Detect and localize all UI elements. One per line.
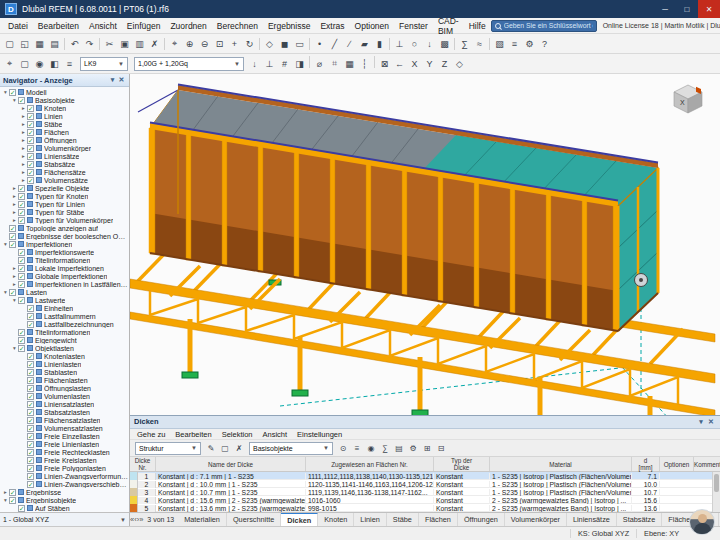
tree-item-stabsatzlasten[interactable]: ▸✓Stabsatzlasten bbox=[0, 408, 129, 416]
tree-item-freie-einzellasten[interactable]: ▸✓Freie Einzellasten bbox=[0, 432, 129, 440]
expand-closed-icon[interactable]: ▸ bbox=[11, 201, 18, 207]
new-row-icon[interactable]: ▢ bbox=[218, 441, 232, 455]
filter-table-icon[interactable]: ≡ bbox=[350, 441, 364, 455]
tree-item-st-be[interactable]: ▸✓Stäbe bbox=[0, 120, 129, 128]
table-tab-materialien[interactable]: Materialien bbox=[178, 513, 227, 526]
structure-select[interactable]: Struktur▼ bbox=[135, 442, 201, 455]
new-file-icon[interactable]: ▢ bbox=[2, 36, 17, 52]
menu-ergebnisse[interactable]: Ergebnisse bbox=[263, 18, 316, 33]
pin-icon[interactable]: ▾ bbox=[108, 76, 117, 84]
zoom-in-icon[interactable]: ⊕ bbox=[182, 36, 197, 52]
table-row[interactable]: 3Konstant | d : 10.7 mm | 1 - S2351119,1… bbox=[130, 488, 720, 496]
checkbox-icon[interactable]: ✓ bbox=[18, 249, 25, 256]
checkbox-icon[interactable]: ✓ bbox=[18, 257, 25, 264]
redo-icon[interactable]: ↷ bbox=[82, 36, 97, 52]
tree-item-fl-chensatzlasten[interactable]: ▸✓Flächensatzlasten bbox=[0, 416, 129, 424]
expand-closed-icon[interactable]: ▸ bbox=[2, 489, 9, 495]
view-z-icon[interactable]: Z bbox=[437, 56, 452, 72]
tree-item-lastwerte[interactable]: ▾✓Lastwerte bbox=[0, 296, 129, 304]
delete-icon[interactable]: ✗ bbox=[147, 36, 162, 52]
expand-closed-icon[interactable]: ▸ bbox=[20, 137, 27, 143]
menu-fenster[interactable]: Fenster bbox=[394, 18, 433, 33]
checkbox-icon[interactable]: ✓ bbox=[18, 209, 25, 216]
surface-icon[interactable]: ▰ bbox=[357, 36, 372, 52]
guidelines-icon[interactable]: ┆ bbox=[357, 56, 372, 72]
tree-item-typen-f-r-volumenk-rper[interactable]: ▸✓Typen für Volumenkörper bbox=[0, 216, 129, 224]
tree-item-volumensatzlasten[interactable]: ▸✓Volumensatzlasten bbox=[0, 424, 129, 432]
expand-closed-icon[interactable]: ▸ bbox=[11, 193, 18, 199]
dicken-menu-bearbeiten[interactable]: Bearbeiten bbox=[170, 429, 216, 440]
checkbox-icon[interactable]: ✓ bbox=[27, 105, 34, 112]
checkbox-icon[interactable]: ✓ bbox=[27, 153, 34, 160]
checkbox-icon[interactable]: ✓ bbox=[18, 329, 25, 336]
tree-item-freie-rechtecklasten[interactable]: ▸✓Freie Rechtecklasten bbox=[0, 448, 129, 456]
checkbox-icon[interactable]: ✓ bbox=[27, 361, 34, 368]
tree-item-globale-imperfektionen[interactable]: ▸✓Globale Imperfektionen bbox=[0, 272, 129, 280]
checkbox-icon[interactable]: ✓ bbox=[9, 233, 16, 240]
show-loads-icon[interactable]: ↓ bbox=[247, 56, 262, 72]
tree-item-freie-polygonlasten[interactable]: ▸✓Freie Polygonlasten bbox=[0, 464, 129, 472]
tree-item-titelinformationen[interactable]: ▸✓Titelinformationen bbox=[0, 328, 129, 336]
tree-item-fl-chen[interactable]: ▸✓Flächen bbox=[0, 128, 129, 136]
undo-icon[interactable]: ↶ bbox=[67, 36, 82, 52]
table-tab-knoten[interactable]: Knoten bbox=[318, 513, 354, 526]
tables-icon[interactable]: ▧ bbox=[492, 36, 507, 52]
checkbox-icon[interactable]: ✓ bbox=[27, 169, 34, 176]
tree-item-lokale-imperfektionen[interactable]: ▸✓Lokale Imperfektionen bbox=[0, 264, 129, 272]
perspective-icon[interactable]: ◇ bbox=[452, 56, 467, 72]
zoom-out-icon[interactable]: ⊖ bbox=[197, 36, 212, 52]
expand-closed-icon[interactable]: ▸ bbox=[20, 169, 27, 175]
load-combination-select[interactable]: LK9▼ bbox=[80, 57, 128, 71]
dicken-menu-selektion[interactable]: Selektion bbox=[217, 429, 258, 440]
checkbox-icon[interactable]: ✓ bbox=[18, 265, 25, 272]
table-tab-querschnitte[interactable]: Querschnitte bbox=[227, 513, 281, 526]
checkbox-icon[interactable]: ✓ bbox=[9, 289, 16, 296]
close-button[interactable]: ✕ bbox=[698, 0, 720, 18]
menu-zuordnen[interactable]: Zuordnen bbox=[165, 18, 211, 33]
menu-berechnen[interactable]: Berechnen bbox=[212, 18, 263, 33]
tree-item-fl-chens-tze[interactable]: ▸✓Flächensätze bbox=[0, 168, 129, 176]
sum-icon[interactable]: ∑ bbox=[378, 441, 392, 455]
expand-open-icon[interactable]: ▾ bbox=[2, 289, 9, 295]
checkbox-icon[interactable]: ✓ bbox=[18, 217, 25, 224]
cut-icon[interactable]: ✂ bbox=[102, 36, 117, 52]
tree-item-topologie-anzeigen-auf[interactable]: ▸✓Topologie anzeigen auf bbox=[0, 224, 129, 232]
expand-closed-icon[interactable]: ▸ bbox=[11, 217, 18, 223]
tree-item-einheiten[interactable]: ▸✓Einheiten bbox=[0, 304, 129, 312]
checkbox-icon[interactable]: ✓ bbox=[27, 409, 34, 416]
search-table-icon[interactable]: ⊙ bbox=[336, 441, 350, 455]
checkbox-icon[interactable]: ✓ bbox=[9, 497, 16, 504]
tree-item-objektlasten[interactable]: ▾✓Objektlasten bbox=[0, 344, 129, 352]
help-icon[interactable]: ? bbox=[537, 36, 552, 52]
expand-closed-icon[interactable]: ▸ bbox=[20, 129, 27, 135]
menu-bearbeiten[interactable]: Bearbeiten bbox=[33, 18, 84, 33]
show-supports-icon[interactable]: ⊥ bbox=[262, 56, 277, 72]
tree-item-auf-st-ben[interactable]: ▸✓Auf Stäben bbox=[0, 504, 129, 512]
tree-item-basisobjekte[interactable]: ▾✓Basisobjekte bbox=[0, 96, 129, 104]
tree-item-stabs-tze[interactable]: ▸✓Stabsätze bbox=[0, 160, 129, 168]
checkbox-icon[interactable]: ✓ bbox=[27, 137, 34, 144]
table-settings-icon[interactable]: ⚙ bbox=[406, 441, 420, 455]
tree-item-linien-zwangsverschiebungen[interactable]: ▸✓Linien-Zwangsverschiebungen bbox=[0, 480, 129, 488]
model-viewport[interactable]: X Dicken ▾ ✕ Gehe zuBearbeitenSelektionA… bbox=[130, 74, 720, 512]
snap-icon[interactable]: ⌗ bbox=[327, 56, 342, 72]
save-file-icon[interactable]: ▦ bbox=[32, 36, 47, 52]
filter-icon[interactable]: ≡ bbox=[62, 56, 77, 72]
isometric-view-icon[interactable]: ◇ bbox=[262, 36, 277, 52]
print-icon[interactable]: ▤ bbox=[47, 36, 62, 52]
visibility-table-icon[interactable]: ◉ bbox=[364, 441, 378, 455]
tree-item-volumenk-rper[interactable]: ▸✓Volumenkörper bbox=[0, 144, 129, 152]
keyword-search[interactable] bbox=[491, 20, 597, 32]
checkbox-icon[interactable]: ✓ bbox=[27, 417, 34, 424]
expand-closed-icon[interactable]: ▸ bbox=[20, 105, 27, 111]
collapse-all-icon[interactable]: ⊟ bbox=[434, 441, 448, 455]
checkbox-icon[interactable]: ✓ bbox=[27, 481, 34, 488]
checkbox-icon[interactable]: ✓ bbox=[27, 425, 34, 432]
close-icon[interactable]: ✕ bbox=[117, 76, 126, 84]
expand-open-icon[interactable]: ▾ bbox=[2, 497, 9, 503]
tree-item-linien-zwangsverformungen[interactable]: ▸✓Linien-Zwangsverformungen bbox=[0, 472, 129, 480]
table-row[interactable]: 4Konstant | d : 15.6 mm | 2 - S235 (warm… bbox=[130, 496, 720, 504]
checkbox-icon[interactable]: ✓ bbox=[27, 465, 34, 472]
checkbox-icon[interactable]: ✓ bbox=[18, 273, 25, 280]
expand-all-icon[interactable]: ⊞ bbox=[420, 441, 434, 455]
